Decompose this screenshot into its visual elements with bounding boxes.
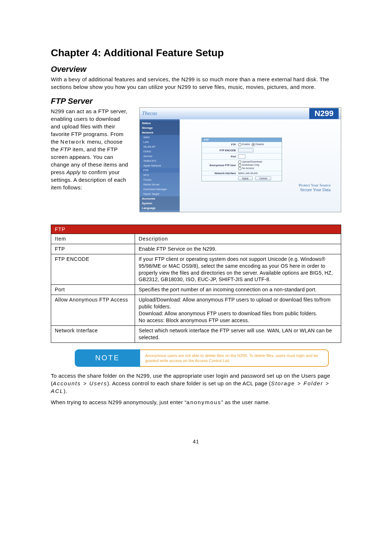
anon-label: Anonymous FTP User xyxy=(203,164,238,167)
screenshot-main: FTP FTP Enable Disable FTP ENCODE xyxy=(180,119,341,212)
brand-logo: Thecus xyxy=(142,111,157,116)
apply-button[interactable]: Apply xyxy=(238,176,253,180)
anon-down-radio[interactable] xyxy=(238,164,241,167)
model-badge: N299 xyxy=(309,108,339,119)
accounts-users-ref: Accounts > Users xyxy=(53,380,107,386)
text: ). Access control to each share folder i… xyxy=(107,380,271,386)
row-key: Port xyxy=(51,285,135,295)
table-row: Allow Anonymous FTP Access Upload/Downlo… xyxy=(51,295,341,326)
overview-heading: Overview xyxy=(51,65,341,74)
sidebar-item-wan[interactable]: WAN xyxy=(140,135,180,140)
cancel-button[interactable]: Cancel xyxy=(255,176,271,180)
sidebar-item-apple[interactable]: Apple Network xyxy=(140,163,180,168)
sidebar-item-ddns[interactable]: DDNS xyxy=(140,149,180,154)
anon-noaccess-radio[interactable] xyxy=(238,167,241,170)
row-val: If your FTP client or operating system d… xyxy=(135,254,341,285)
row-key: Network Interface xyxy=(51,325,135,342)
footer-line2: Secure Your Data xyxy=(300,187,331,192)
ftp-panel-title: FTP xyxy=(202,138,282,142)
ftp-paragraph: N299 can act as a FTP server, enabling u… xyxy=(51,107,131,191)
text: ). xyxy=(64,388,67,394)
table-row: FTP ENCODE If your FTP client or operati… xyxy=(51,254,341,285)
enable-label: Enable xyxy=(242,143,250,145)
sidebar-cat-storage[interactable]: Storage xyxy=(140,126,180,130)
ftp-heading: FTP Server xyxy=(51,97,341,106)
iface-label: Network Interface xyxy=(203,172,238,175)
page-number: 41 xyxy=(51,439,341,444)
table-row: Port Specifies the port number of an inc… xyxy=(51,285,341,295)
sidebar-cat-system[interactable]: System xyxy=(140,201,180,206)
anonymous-word: anonymous xyxy=(187,399,221,405)
sidebar-item-nfs[interactable]: NFS xyxy=(140,173,180,177)
sidebar-item-nsync[interactable]: Nsync Target xyxy=(140,192,180,196)
screenshot-footer: Protect Your Source Secure Your Data xyxy=(201,181,334,196)
note-text: Anonymous users are not able to delete f… xyxy=(140,349,329,367)
row-val: Select which network interface the FTP s… xyxy=(135,325,341,342)
row-val: Specifies the port number of an incoming… xyxy=(135,285,341,295)
note-label: NOTE xyxy=(75,349,140,367)
sidebar-cat-language[interactable]: Language xyxy=(140,206,180,210)
row-val: Upload/Download: Allow anonymous FTP use… xyxy=(135,295,341,326)
row-key: FTP xyxy=(51,244,135,254)
anonymous-paragraph: When trying to access N299 anonymously, … xyxy=(51,398,341,406)
table-header: FTP xyxy=(51,225,341,234)
ftp-disable-radio[interactable] xyxy=(252,143,255,146)
port-label: Port xyxy=(203,155,238,158)
note-box: NOTE Anonymous users are not able to del… xyxy=(75,349,329,367)
anon-updown-radio[interactable] xyxy=(238,160,241,164)
screenshot-body: Status Storage Network WAN LAN WLAN AP D… xyxy=(140,119,341,212)
iface-options[interactable]: WAN LAN WLAN xyxy=(238,172,280,175)
anon-opt2: Download Only xyxy=(242,164,259,166)
overview-text: With a bevy of additional features and s… xyxy=(51,75,341,91)
encode-label: FTP ENCODE xyxy=(203,149,238,152)
port-input[interactable] xyxy=(238,154,245,159)
encode-select[interactable] xyxy=(238,148,253,152)
sidebar-item-wlanap[interactable]: WLAN AP xyxy=(140,144,180,149)
document-page: Chapter 4: Additional Feature Setup Over… xyxy=(51,0,341,466)
ftp-table: FTP Item Description FTP Enable FTP Serv… xyxy=(51,225,341,343)
screenshot-header: Thecus N299 xyxy=(140,108,341,119)
admin-screenshot: Thecus N299 Status Storage Network WAN L… xyxy=(139,107,341,212)
row-key: Allow Anonymous FTP Access xyxy=(51,295,135,326)
apply-ref: Apply xyxy=(66,169,81,175)
sidebar-item-itunes[interactable]: iTunes xyxy=(140,177,180,182)
text: ” as the user name. xyxy=(221,399,270,405)
sidebar-item-lan[interactable]: LAN xyxy=(140,140,180,144)
network-menu-ref: Network xyxy=(60,139,85,145)
sidebar-item-media[interactable]: Media Server xyxy=(140,182,180,187)
anon-opt3: No Access xyxy=(242,167,254,169)
table-row: FTP Enable FTP Service on the N299. xyxy=(51,244,341,254)
ftp-label: FTP xyxy=(203,143,238,146)
sidebar-cat-status[interactable]: Status xyxy=(140,121,180,126)
access-paragraph: To access the share folder on the N299, … xyxy=(51,372,341,395)
sidebar-cat-network[interactable]: Network xyxy=(140,130,180,135)
sidebar-cat-accounts[interactable]: Accounts xyxy=(140,196,180,201)
col-item: Item xyxy=(51,234,135,244)
ftp-row: N299 can act as a FTP server, enabling u… xyxy=(51,107,341,212)
col-desc: Description xyxy=(135,234,341,244)
row-val: Enable FTP Service on the N299. xyxy=(135,244,341,254)
sidebar-item-download[interactable]: Download Manager xyxy=(140,187,180,192)
ftp-panel: FTP FTP Enable Disable FTP ENCODE xyxy=(201,138,282,181)
table-row: Network Interface Select which network i… xyxy=(51,325,341,342)
sidebar-item-smb[interactable]: SMB/CIFS xyxy=(140,159,180,163)
sidebar-item-ftp[interactable]: FTP xyxy=(140,168,180,173)
sidebar-item-service[interactable]: Service xyxy=(140,154,180,159)
text: When trying to access N299 anonymously, … xyxy=(51,399,187,405)
anon-opt1: Upload/Download xyxy=(242,160,262,163)
sidebar: Status Storage Network WAN LAN WLAN AP D… xyxy=(140,119,180,212)
disable-label: Disable xyxy=(256,143,264,145)
footer-line1: Protect Your Source xyxy=(299,183,331,187)
row-key: FTP ENCODE xyxy=(51,254,135,285)
chapter-title: Chapter 4: Additional Feature Setup xyxy=(51,47,341,59)
ftp-item-ref: FTP xyxy=(60,146,71,152)
ftp-enable-radio[interactable] xyxy=(238,143,241,146)
